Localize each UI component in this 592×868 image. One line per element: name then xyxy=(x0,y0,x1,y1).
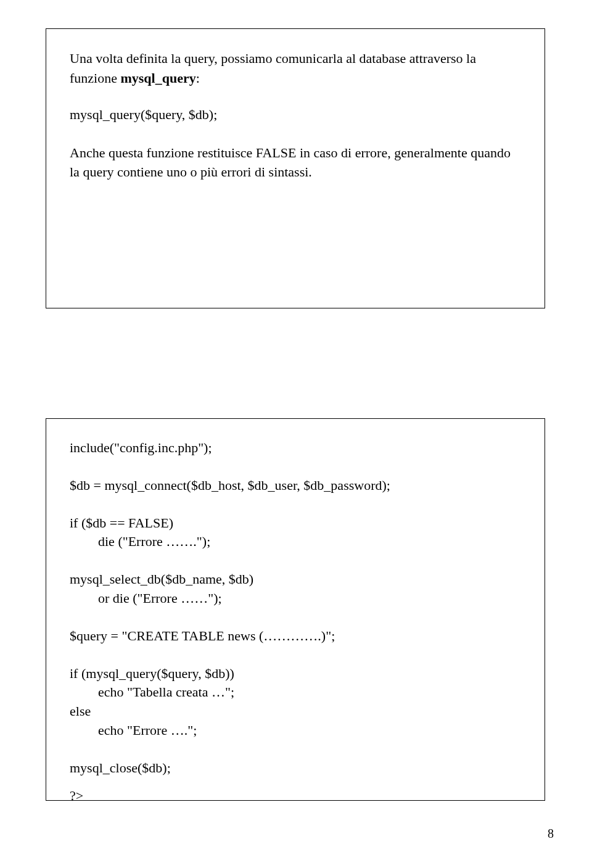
code-echo-err: echo "Errore …."; xyxy=(70,721,521,740)
code-close: mysql_close($db); xyxy=(70,759,521,778)
code-line: mysql_query($query, $db); xyxy=(70,105,521,125)
function-name: mysql_query xyxy=(120,70,195,86)
code-if-query: if (mysql_query($query, $db)) xyxy=(70,664,521,684)
page: Una volta definita la query, possiamo co… xyxy=(0,0,592,868)
explain-paragraph: Anche questa funzione restituisce FALSE … xyxy=(70,143,521,183)
code-connect: $db = mysql_connect($db_host, $db_user, … xyxy=(70,476,521,495)
code-die-1: die ("Errore ……."); xyxy=(70,532,521,552)
code-query: $query = "CREATE TABLE news (………….)"; xyxy=(70,627,521,646)
code-end: ?> xyxy=(70,787,521,806)
code-else: else xyxy=(70,702,521,721)
upper-box: Una volta definita la query, possiamo co… xyxy=(46,28,545,308)
code-die-2: or die ("Errore ……"); xyxy=(70,589,521,608)
intro-text-c: : xyxy=(196,70,200,86)
code-include: include("config.inc.php"); xyxy=(70,439,521,458)
code-if-db: if ($db == FALSE) xyxy=(70,514,521,533)
page-number: 8 xyxy=(548,827,554,841)
code-echo-ok: echo "Tabella creata …"; xyxy=(70,683,521,702)
intro-paragraph: Una volta definita la query, possiamo co… xyxy=(70,49,521,88)
lower-box: include("config.inc.php"); $db = mysql_c… xyxy=(46,418,545,801)
code-selectdb: mysql_select_db($db_name, $db) xyxy=(70,570,521,589)
